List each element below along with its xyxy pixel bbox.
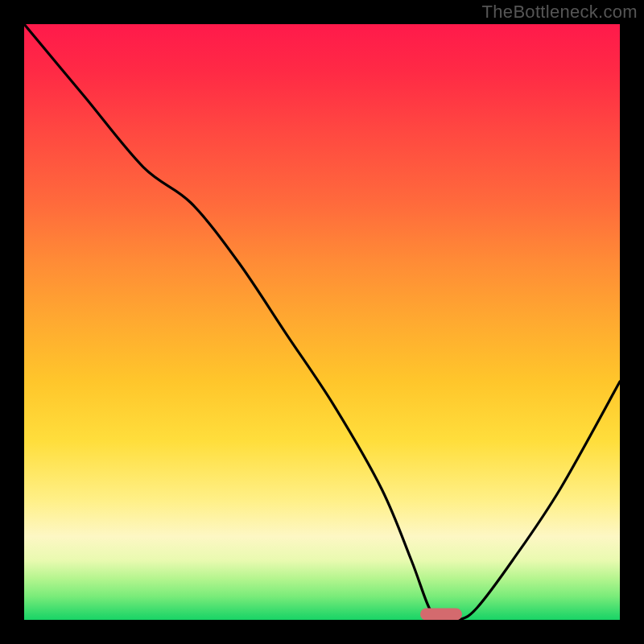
- plot-area: [24, 24, 620, 620]
- curve-path: [24, 24, 620, 620]
- optimal-marker: [420, 609, 462, 621]
- chart-frame: TheBottleneck.com: [0, 0, 644, 644]
- watermark-text: TheBottleneck.com: [482, 2, 638, 23]
- bottleneck-curve: [24, 24, 620, 620]
